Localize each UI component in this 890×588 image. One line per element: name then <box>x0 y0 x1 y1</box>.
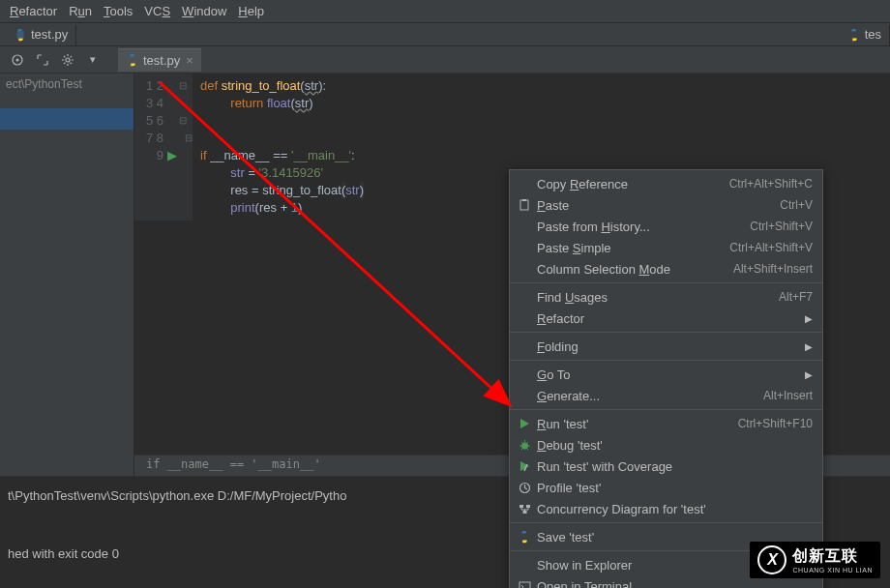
menu-shortcut: Ctrl+Shift+F10 <box>738 417 813 430</box>
submenu-arrow-icon: ▶ <box>805 369 813 380</box>
svg-point-6 <box>521 442 528 449</box>
tab-right[interactable]: tes <box>840 24 890 45</box>
python-icon <box>847 28 861 42</box>
close-icon[interactable]: × <box>186 53 193 68</box>
menu-item-label: Go To <box>537 368 805 382</box>
target-icon[interactable] <box>10 52 25 68</box>
fold-column: ⊟ ⊟ ⊟ <box>179 74 193 220</box>
svg-rect-11 <box>519 582 530 589</box>
svg-rect-5 <box>522 199 526 201</box>
submenu-arrow-icon: ▶ <box>805 313 813 324</box>
menu-item-label: Copy Reference <box>537 177 729 191</box>
editor-tab-test-py[interactable]: test.py × <box>118 48 201 72</box>
menu-item-label: Open in Terminal <box>537 579 813 589</box>
menu-item-concurrency-diagram-for-test[interactable]: Concurrency Diagram for 'test' <box>510 498 822 519</box>
menu-tools[interactable]: Tools <box>98 4 138 18</box>
menu-item-label: Concurrency Diagram for 'test' <box>537 502 813 516</box>
menu-bar: Refactor Run Tools VCS Window Help <box>0 0 890 23</box>
code-content[interactable]: def string_to_float(str): return float(s… <box>193 74 371 220</box>
editor-context-menu: Copy ReferenceCtrl+Alt+Shift+CPasteCtrl+… <box>509 169 823 588</box>
menu-item-run-test-with-coverage[interactable]: Run 'test' with Coverage <box>510 456 822 477</box>
run-gutter-icon[interactable]: ▶ <box>167 147 177 164</box>
tab-label: tes <box>865 27 881 42</box>
watermark-text: 创新互联 <box>792 546 873 567</box>
menu-separator <box>510 522 822 523</box>
menu-shortcut: Alt+Shift+Insert <box>733 262 813 276</box>
svg-point-3 <box>66 58 70 62</box>
watermark-icon: X <box>757 545 786 574</box>
menu-separator <box>510 360 822 361</box>
menu-item-label: Paste from History... <box>537 220 750 234</box>
menu-shortcut: Alt+Insert <box>763 389 813 402</box>
collapse-icon[interactable]: ▾ <box>85 52 101 68</box>
gear-icon[interactable] <box>60 52 75 68</box>
menu-item-label: Profile 'test' <box>537 481 813 495</box>
debug-icon <box>516 439 533 452</box>
menu-item-profile-test[interactable]: Profile 'test' <box>510 477 822 498</box>
menu-item-generate[interactable]: Generate...Alt+Insert <box>510 385 822 406</box>
menu-separator <box>510 282 822 283</box>
submenu-arrow-icon: ▶ <box>805 341 813 352</box>
run-icon <box>516 418 533 429</box>
menu-item-label: Generate... <box>537 389 763 403</box>
menu-window[interactable]: Window <box>176 4 232 18</box>
menu-item-label: Column Selection Mode <box>537 262 733 277</box>
menu-item-column-selection-mode[interactable]: Column Selection ModeAlt+Shift+Insert <box>510 258 822 279</box>
menu-run[interactable]: Run <box>63 4 98 18</box>
menu-item-label: Find Usages <box>537 290 779 305</box>
menu-item-label: Run 'test' with Coverage <box>537 459 813 474</box>
menu-item-label: Debug 'test' <box>537 438 813 453</box>
menu-item-label: Refactor <box>537 311 805 326</box>
menu-item-paste-simple[interactable]: Paste SimpleCtrl+Alt+Shift+V <box>510 237 822 258</box>
sidebar-selected-item[interactable] <box>0 108 134 130</box>
console-line: hed with exit code 0 <box>8 546 119 561</box>
menu-shortcut: Ctrl+Shift+V <box>750 220 813 233</box>
menu-item-find-usages[interactable]: Find UsagesAlt+F7 <box>510 286 822 308</box>
coverage-icon <box>516 460 533 473</box>
console-line: t\PythonTest\venv\Scripts\python.exe D:/… <box>8 488 346 503</box>
menu-item-label: Run 'test' <box>537 417 738 431</box>
menu-vcs[interactable]: VCS <box>138 4 176 18</box>
svg-rect-8 <box>519 505 523 508</box>
menu-item-refactor[interactable]: Refactor▶ <box>510 308 822 329</box>
paste-icon <box>516 198 533 212</box>
menu-shortcut: Ctrl+Alt+Shift+C <box>729 177 813 191</box>
watermark-subtext: CHUANG XIN HU LIAN <box>792 567 873 573</box>
tab-bar: test.py tes <box>0 23 890 46</box>
tab-label: test.py <box>31 27 68 42</box>
concurrency-icon <box>516 503 533 515</box>
menu-item-paste-from-history[interactable]: Paste from History...Ctrl+Shift+V <box>510 216 822 237</box>
svg-rect-10 <box>522 511 526 514</box>
svg-point-2 <box>16 58 19 61</box>
terminal-icon <box>516 580 533 589</box>
toolbar: ▾ test.py × <box>0 46 890 74</box>
menu-item-folding[interactable]: Folding▶ <box>510 336 822 357</box>
svg-rect-9 <box>526 505 530 508</box>
python-icon <box>14 28 27 42</box>
menu-item-debug-test[interactable]: Debug 'test' <box>510 434 822 456</box>
sidebar-breadcrumb: ect\PythonTest <box>0 74 134 95</box>
python-icon <box>516 530 533 544</box>
menu-shortcut: Ctrl+Alt+Shift+V <box>729 241 813 254</box>
menu-item-label: Paste <box>537 198 780 213</box>
expand-icon[interactable] <box>35 52 50 68</box>
menu-item-copy-reference[interactable]: Copy ReferenceCtrl+Alt+Shift+C <box>510 173 822 194</box>
editor-tab-label: test.py <box>143 53 180 68</box>
python-icon <box>126 53 139 67</box>
menu-help[interactable]: Help <box>232 4 270 18</box>
menu-item-run-test[interactable]: Run 'test'Ctrl+Shift+F10 <box>510 413 822 434</box>
menu-separator <box>510 332 822 333</box>
menu-item-label: Folding <box>537 339 805 354</box>
menu-shortcut: Ctrl+V <box>780 198 813 212</box>
svg-rect-4 <box>520 200 528 210</box>
menu-refactor[interactable]: Refactor <box>4 4 63 18</box>
profile-icon <box>516 482 533 494</box>
line-gutter: 1 2 3 4 5 6 7 8 9 ▶ <box>134 74 179 220</box>
watermark-logo: X 创新互联 CHUANG XIN HU LIAN <box>750 542 880 578</box>
svg-rect-0 <box>17 31 24 38</box>
menu-item-paste[interactable]: PasteCtrl+V <box>510 194 822 216</box>
menu-item-label: Paste Simple <box>537 241 729 255</box>
project-sidebar: ect\PythonTest <box>0 74 134 476</box>
tab-test-py[interactable]: test.py <box>6 24 76 45</box>
menu-item-go-to[interactable]: Go To▶ <box>510 364 822 385</box>
